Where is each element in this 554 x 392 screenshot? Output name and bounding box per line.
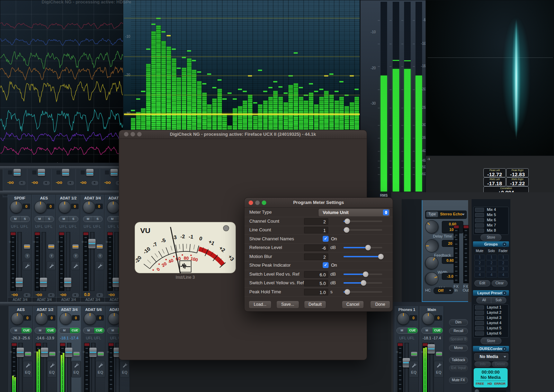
fader-cap[interactable] — [428, 344, 435, 354]
gain-knob[interactable] — [84, 312, 96, 325]
fader-cap[interactable] — [16, 278, 23, 287]
group-cell-button[interactable]: 3 — [486, 266, 497, 272]
fader-cap[interactable] — [38, 169, 45, 176]
mute-cue-buttons[interactable]: MCUE — [10, 328, 32, 333]
save-button[interactable]: Save... — [276, 301, 299, 309]
list-item[interactable]: Layout 3 — [474, 315, 508, 320]
slider-thumb[interactable] — [345, 219, 350, 224]
mute-cue-buttons[interactable]: MCUE — [35, 328, 56, 333]
list-item[interactable]: Mix 8 — [474, 228, 508, 233]
group-cell-button[interactable]: 1 — [498, 255, 509, 260]
fader-cap[interactable] — [64, 278, 71, 287]
trim-button[interactable]: T — [48, 253, 55, 259]
pan-cap[interactable] — [25, 352, 31, 356]
value-field[interactable]: 1 — [304, 227, 328, 233]
list-item[interactable]: Layout 4 — [474, 320, 508, 326]
monitor-button-talkback[interactable]: Talkback — [449, 357, 468, 363]
select-chevrons-icon[interactable] — [383, 210, 389, 215]
pan-cap[interactable] — [72, 244, 79, 249]
all-button[interactable]: All — [476, 297, 492, 303]
mute-solo-buttons[interactable]: MS — [35, 216, 54, 222]
fader-cap[interactable] — [65, 348, 72, 357]
channel-collapse-button[interactable] — [43, 180, 50, 186]
recorder-slider-track[interactable] — [475, 390, 506, 392]
monitor-button-ext-input[interactable]: Ext. Input — [449, 365, 468, 371]
edit-button[interactable]: Edit — [474, 280, 490, 286]
preset-slot-button[interactable] — [475, 208, 484, 212]
wrench-icon[interactable] — [49, 263, 54, 268]
fx-knob[interactable] — [425, 239, 438, 252]
clear-button[interactable]: Clear — [492, 280, 508, 286]
pan-cap[interactable] — [49, 352, 55, 356]
preset-slot-button[interactable] — [475, 213, 484, 217]
preset-slot-button[interactable] — [475, 321, 484, 325]
chevron-down-icon[interactable]: ▼ — [502, 291, 507, 296]
slider-thumb[interactable] — [365, 245, 371, 250]
list-item[interactable]: Mix 5 — [474, 212, 508, 217]
slider-track[interactable] — [343, 247, 382, 248]
list-item[interactable]: Mix 4 — [474, 207, 508, 212]
channel-collapse-button[interactable] — [18, 180, 26, 186]
gain-knob[interactable] — [422, 312, 435, 325]
group-cell-button[interactable]: 4 — [474, 272, 485, 278]
slider-thumb[interactable] — [378, 254, 384, 259]
group-cell-button[interactable]: 1 — [486, 255, 497, 260]
list-item[interactable]: Mix 6 — [474, 217, 508, 223]
wrench-icon[interactable] — [74, 363, 79, 367]
mute-cue-buttons[interactable]: MCUE — [59, 328, 80, 333]
wrench-icon[interactable] — [73, 263, 78, 268]
monitor-button-recall[interactable]: Recall — [449, 328, 468, 334]
group-cell-button[interactable]: 3 — [474, 266, 485, 272]
gain-knob[interactable] — [107, 201, 119, 213]
value-field[interactable]: 5.0 — [304, 280, 328, 286]
group-cell-button[interactable]: 4 — [498, 272, 509, 278]
gain-knob[interactable] — [60, 312, 72, 325]
delete-button[interactable]: Delete — [492, 361, 508, 367]
pan-cap[interactable] — [411, 352, 417, 356]
slider-track[interactable] — [343, 282, 382, 284]
wrench-icon[interactable] — [122, 363, 127, 367]
mute-solo-buttons[interactable]: MS — [10, 216, 30, 222]
info-button[interactable]: Info — [474, 361, 491, 367]
fader-cap[interactable] — [110, 169, 118, 176]
monitor-button-mute-fx[interactable]: Mute FX — [449, 377, 468, 383]
gain-knob[interactable] — [10, 201, 23, 213]
value-field[interactable]: 2 — [304, 253, 328, 260]
preset-slot-button[interactable] — [475, 316, 484, 320]
preset-slot-button[interactable] — [475, 305, 484, 310]
slider-thumb[interactable] — [363, 271, 368, 277]
monitor-button-mono[interactable]: Mono — [449, 345, 468, 351]
gain-knob[interactable] — [397, 312, 410, 325]
list-item[interactable]: Layout 1 — [474, 305, 508, 310]
group-cell-button[interactable]: 1 — [474, 255, 485, 260]
group-cell-button[interactable]: 2 — [474, 260, 485, 266]
fader-track[interactable] — [404, 343, 409, 392]
fader-cap[interactable] — [40, 278, 47, 287]
preset-slot-button[interactable] — [475, 311, 484, 315]
trim-button[interactable]: T — [73, 253, 79, 259]
fader-cap[interactable] — [14, 169, 21, 176]
wrench-icon[interactable] — [25, 263, 29, 268]
mute-solo-buttons[interactable]: MS — [59, 216, 78, 222]
slider-thumb[interactable] — [361, 280, 366, 286]
default-button[interactable]: Default — [304, 301, 326, 309]
gain-knob[interactable] — [11, 312, 24, 325]
fader-cap[interactable] — [89, 348, 97, 357]
group-cell-button[interactable]: 2 — [486, 260, 497, 266]
channel-collapse-button[interactable] — [91, 180, 99, 186]
pan-cap[interactable] — [73, 352, 80, 356]
wrench-icon[interactable] — [97, 263, 102, 268]
preset-slot-button[interactable] — [475, 229, 484, 233]
mute-cue-buttons[interactable]: MCUE — [421, 328, 443, 333]
monitor-button-dim[interactable]: Dim — [449, 319, 468, 326]
wrench-icon[interactable] — [50, 363, 54, 367]
value-field[interactable]: -6 — [304, 244, 328, 251]
fader-cap[interactable] — [17, 348, 24, 357]
list-item[interactable]: Layout 5 — [474, 326, 508, 331]
pan-cap[interactable] — [98, 352, 104, 356]
pan-cap[interactable] — [436, 352, 442, 356]
mute-cue-buttons[interactable]: MCUE — [396, 328, 418, 333]
list-item[interactable]: Layout 2 — [474, 310, 508, 315]
meter-type-select[interactable]: Volume Unit — [318, 208, 390, 217]
value-field[interactable]: 2 — [304, 218, 328, 225]
